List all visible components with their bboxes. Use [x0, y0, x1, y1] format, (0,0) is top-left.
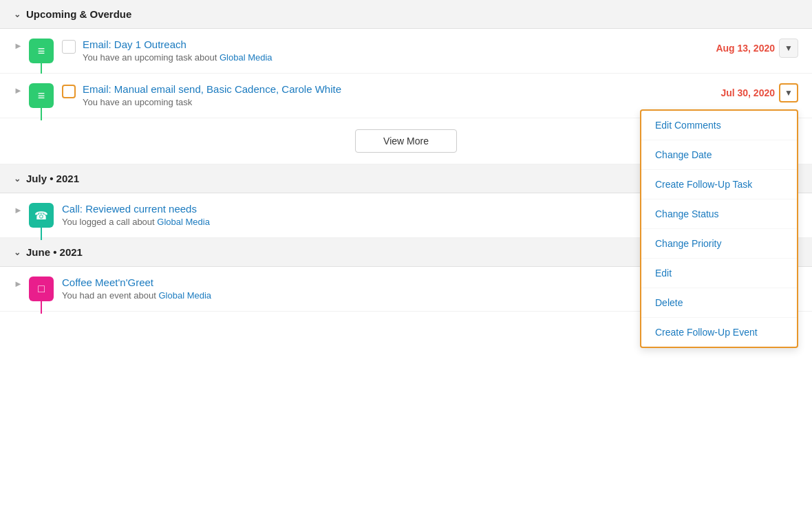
expand-task1-btn[interactable]: ►: [14, 41, 23, 51]
view-more-button[interactable]: View More: [355, 129, 457, 153]
task1-content: Email: Day 1 Outreach You have an upcomi…: [83, 39, 716, 63]
task3-icon-symbol: ☎: [34, 209, 48, 222]
task3-subtitle-link[interactable]: Global Media: [157, 217, 210, 227]
task1-checkbox[interactable]: [62, 40, 76, 54]
july-chevron-icon[interactable]: ⌄: [14, 174, 21, 184]
menu-item-delete[interactable]: Delete: [641, 288, 797, 318]
task4-subtitle-link[interactable]: Global Media: [158, 290, 211, 301]
menu-item-change-status[interactable]: Change Status: [641, 199, 797, 229]
menu-item-edit[interactable]: Edit: [641, 259, 797, 288]
task1-date: Aug 13, 2020: [716, 43, 775, 54]
upcoming-section-label: Upcoming & Overdue: [26, 8, 131, 20]
task2-subtitle: You have an upcoming task: [83, 97, 720, 107]
menu-item-create-followup-task[interactable]: Create Follow-Up Task: [641, 170, 797, 199]
task1-subtitle: You have an upcoming task about Global M…: [83, 52, 716, 63]
task1-icon-symbol: ≡: [38, 44, 45, 58]
upcoming-chevron-icon[interactable]: ⌄: [14, 10, 21, 19]
task2-date: Jul 30, 2020: [720, 87, 775, 98]
task-row: ► ≡ Email: Day 1 Outreach You have an up…: [0, 29, 812, 74]
dropdown-menu: Edit Comments Change Date Create Follow-…: [640, 109, 798, 348]
menu-item-create-followup-event[interactable]: Create Follow-Up Event: [641, 318, 797, 347]
june-section-label: June • 2021: [26, 246, 83, 258]
task4-subtitle-prefix: You had an event about: [62, 290, 158, 301]
menu-item-change-date[interactable]: Change Date: [641, 140, 797, 170]
task4-icon-symbol: □: [38, 283, 45, 295]
task3-icon: ☎: [29, 203, 54, 228]
task3-subtitle-prefix: You logged a call about: [62, 217, 157, 227]
upcoming-section-header: ⌄ Upcoming & Overdue: [0, 0, 812, 29]
task4-icon: □: [29, 277, 54, 301]
task2-date-area: Jul 30, 2020 ▼: [720, 83, 798, 102]
task1-date-area: Aug 13, 2020 ▼: [716, 39, 798, 58]
task3-title[interactable]: Call: Reviewed current needs: [62, 203, 197, 215]
task2-title[interactable]: Email: Manual email send, Basic Cadence,…: [83, 83, 341, 95]
menu-item-change-priority[interactable]: Change Priority: [641, 229, 797, 259]
expand-task3-btn[interactable]: ►: [14, 205, 23, 215]
task2-icon: ≡: [29, 83, 54, 108]
expand-task4-btn[interactable]: ►: [14, 279, 23, 289]
task2-subtitle-prefix: You have an upcoming task: [83, 97, 192, 107]
june-chevron-icon[interactable]: ⌄: [14, 248, 21, 257]
expand-task2-btn[interactable]: ►: [14, 85, 23, 96]
task1-dropdown-btn[interactable]: ▼: [779, 39, 798, 58]
page-container: ⌄ Upcoming & Overdue ► ≡ Email: Day 1 Ou…: [0, 0, 812, 509]
task2-checkbox[interactable]: [62, 85, 76, 98]
task2-icon-symbol: ≡: [38, 89, 45, 103]
task2-dropdown-btn[interactable]: ▼: [779, 83, 798, 102]
task4-title[interactable]: Coffee Meet'n'Greet: [62, 277, 153, 288]
task1-subtitle-link[interactable]: Global Media: [220, 52, 273, 63]
menu-item-edit-comments[interactable]: Edit Comments: [641, 111, 797, 140]
task1-icon: ≡: [29, 39, 54, 63]
july-section-label: July • 2021: [26, 173, 79, 184]
task1-title[interactable]: Email: Day 1 Outreach: [83, 39, 186, 50]
task2-section: ► ≡ Email: Manual email send, Basic Cade…: [0, 74, 812, 118]
task2-content: Email: Manual email send, Basic Cadence,…: [83, 83, 720, 107]
task1-subtitle-prefix: You have an upcoming task about: [83, 52, 220, 63]
